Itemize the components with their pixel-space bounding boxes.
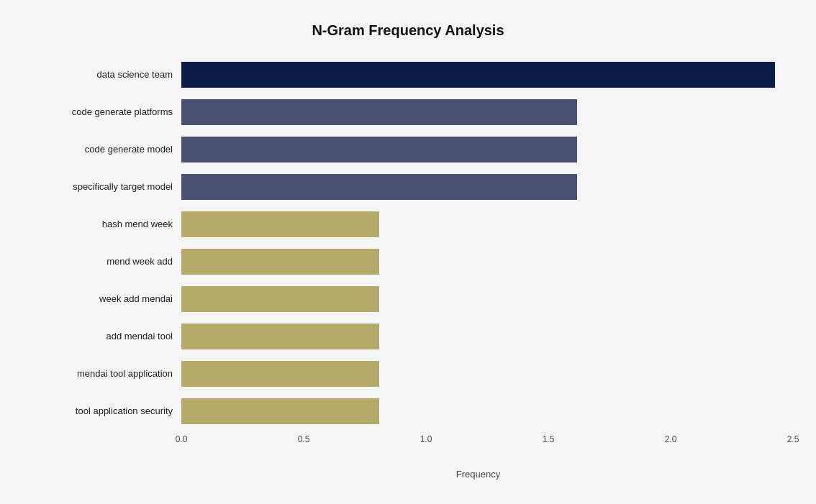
bar-label: mend week add xyxy=(41,256,181,267)
bar-label: hash mend week xyxy=(41,219,181,229)
bar-track xyxy=(181,398,775,424)
bar-fill xyxy=(181,211,379,237)
bar-row: hash mend week xyxy=(41,206,775,243)
bar-row: code generate model xyxy=(41,131,775,168)
x-tick: 2.5 xyxy=(787,434,799,444)
bar-track xyxy=(181,286,775,312)
bar-track xyxy=(181,211,775,237)
bar-row: data science team xyxy=(41,56,775,93)
bar-label: tool application security xyxy=(41,406,181,416)
bar-label: code generate platforms xyxy=(41,106,181,117)
bar-track xyxy=(181,324,775,349)
bar-fill xyxy=(181,62,775,88)
bar-row: code generate platforms xyxy=(41,93,775,131)
bar-fill xyxy=(181,174,577,200)
x-tick: 1.5 xyxy=(543,434,555,444)
bar-label: mendai tool application xyxy=(41,368,181,379)
bar-row: add mendai tool xyxy=(41,318,775,355)
bar-track xyxy=(181,361,775,387)
chart-container: N-Gram Frequency Analysis data science t… xyxy=(12,8,804,497)
bar-row: mend week add xyxy=(41,243,775,280)
bar-track xyxy=(181,62,775,88)
x-tick: 2.0 xyxy=(665,434,677,444)
bar-label: code generate model xyxy=(41,144,181,155)
bar-track xyxy=(181,99,775,125)
bar-fill xyxy=(181,249,379,275)
x-tick: 1.0 xyxy=(420,434,432,444)
x-tick: 0.5 xyxy=(298,434,310,444)
bar-label: week add mendai xyxy=(41,293,181,304)
bar-track xyxy=(181,174,775,200)
bar-fill xyxy=(181,398,379,424)
x-axis-label: Frequency xyxy=(181,469,775,480)
bar-label: data science team xyxy=(41,69,181,80)
bar-label: specifically target model xyxy=(41,181,181,192)
bar-fill xyxy=(181,99,577,125)
bar-fill xyxy=(181,286,379,312)
x-axis: 0.00.51.01.52.02.53.0 xyxy=(181,434,816,449)
bar-fill xyxy=(181,324,379,349)
x-tick: 0.0 xyxy=(176,434,188,444)
bar-track xyxy=(181,249,775,275)
bar-track xyxy=(181,137,775,162)
bar-row: tool application security xyxy=(41,393,775,430)
bar-row: specifically target model xyxy=(41,168,775,206)
bar-fill xyxy=(181,361,379,387)
bar-fill xyxy=(181,137,577,162)
bar-row: week add mendai xyxy=(41,280,775,318)
bar-row: mendai tool application xyxy=(41,355,775,393)
chart-area: data science teamcode generate platforms… xyxy=(41,56,775,430)
chart-title: N-Gram Frequency Analysis xyxy=(41,22,775,39)
bar-label: add mendai tool xyxy=(41,331,181,342)
